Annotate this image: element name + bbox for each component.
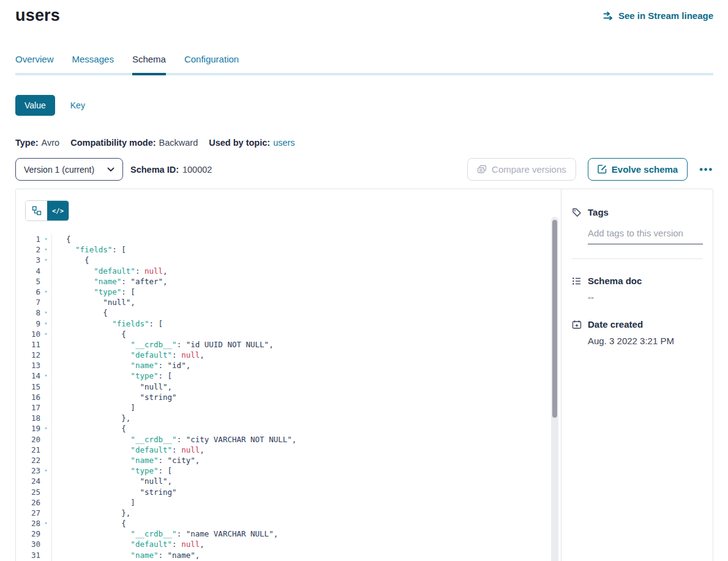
tags-input[interactable] [588, 228, 703, 244]
code-toolbar: </> [16, 189, 561, 221]
code-line-text: "string" [52, 487, 177, 497]
collapse-toggle-icon[interactable]: ▾ [40, 518, 51, 529]
code-scrollbar-thumb[interactable] [552, 220, 557, 418]
line-number: 24 [16, 476, 40, 486]
schema-code-panel: </> 1▾{2▾ "fields": [3▾ {4 "default": nu… [16, 189, 561, 561]
code-view-button[interactable]: </> [47, 201, 69, 220]
tab-configuration[interactable]: Configuration [184, 54, 239, 73]
gutter-spacer [40, 497, 51, 508]
code-line: 22 "name": "city", [16, 455, 561, 465]
code-line: 24 "null", [16, 476, 561, 486]
tags-section-header: Tags [572, 207, 703, 217]
collapse-toggle-icon[interactable]: ▾ [40, 255, 51, 265]
line-number: 9 [16, 318, 40, 329]
gutter-spacer [40, 476, 51, 486]
compare-versions-button[interactable]: Compare versions [467, 158, 576, 181]
code-line-text: "default": null, [52, 266, 168, 276]
schema-meta-row: Type: Avro Compatibility mode: Backward … [15, 138, 713, 148]
code-line-text: { [52, 255, 89, 265]
tag-icon [572, 208, 582, 217]
tree-view-button[interactable] [26, 201, 47, 220]
schema-doc-value: -- [588, 292, 703, 303]
code-line: 5 "name": "after", [16, 276, 561, 287]
code-line: 10▾ { [16, 329, 561, 339]
code-line-text: "default": null, [52, 539, 205, 549]
line-number: 3 [16, 255, 40, 265]
collapse-toggle-icon[interactable]: ▾ [40, 465, 51, 476]
code-line-text: }, [52, 413, 130, 423]
collapse-toggle-icon[interactable]: ▾ [40, 329, 51, 339]
schema-id-label: Schema ID: [130, 165, 179, 175]
code-line: 27 }, [16, 508, 561, 518]
topic-link[interactable]: users [273, 138, 295, 148]
code-line: 23▾ "type": [ [16, 465, 561, 476]
used-by-topic: Used by topic: users [209, 138, 295, 148]
line-number: 7 [16, 297, 40, 307]
code-line: 28▾ { [16, 518, 561, 529]
line-number: 28 [16, 518, 40, 529]
gutter-spacer [40, 392, 51, 402]
more-actions-button[interactable]: ••• [699, 164, 713, 175]
code-line-text: "name": "city", [52, 455, 200, 465]
line-number: 13 [16, 360, 40, 371]
code-line-text: "name": "name", [52, 550, 200, 560]
line-number: 21 [16, 445, 40, 455]
type-value: Avro [42, 138, 60, 148]
page-header: users See in Stream lineage [15, 0, 713, 25]
code-line: 14▾ "type": [ [16, 371, 561, 381]
date-created-value: Aug. 3 2022 3:21 PM [588, 336, 703, 346]
key-toggle-button[interactable]: Key [70, 100, 85, 110]
date-created-section: Date created Aug. 3 2022 3:21 PM [572, 319, 703, 346]
tab-overview[interactable]: Overview [15, 54, 54, 73]
code-line-text: "null", [52, 476, 172, 486]
code-line: 2▾ "fields": [ [16, 244, 561, 255]
line-number: 1 [16, 234, 40, 244]
code-line-text: { [52, 234, 71, 244]
code-line: 9▾ "fields": [ [16, 318, 561, 329]
collapse-toggle-icon[interactable]: ▾ [40, 371, 51, 381]
stream-lineage-icon [603, 12, 614, 20]
code-line: 30 "default": null, [16, 539, 561, 549]
collapse-toggle-icon[interactable]: ▾ [40, 318, 51, 329]
lineage-link-label: See in Stream lineage [618, 10, 713, 21]
version-select[interactable]: Version 1 (current) [15, 158, 123, 181]
line-number: 29 [16, 529, 40, 539]
value-key-toggle: Value Key [15, 95, 713, 116]
code-line-text: "fields": [ [52, 244, 126, 255]
collapse-toggle-icon[interactable]: ▾ [40, 287, 51, 297]
gutter-spacer [40, 297, 51, 307]
gutter-spacer [40, 350, 51, 360]
code-line-text: "name": "id", [52, 360, 190, 371]
collapse-toggle-icon[interactable]: ▾ [40, 307, 51, 318]
version-bar: Version 1 (current) Schema ID: 100002 [15, 158, 713, 181]
code-line: 13 "name": "id", [16, 360, 561, 371]
collapse-toggle-icon[interactable]: ▾ [40, 234, 51, 244]
line-number: 14 [16, 371, 40, 381]
line-number: 12 [16, 350, 40, 360]
see-in-stream-lineage-link[interactable]: See in Stream lineage [603, 10, 713, 21]
tab-schema[interactable]: Schema [132, 54, 166, 73]
code-line: 1▾{ [16, 234, 561, 244]
code-line-text: "default": null, [52, 445, 205, 455]
schema-id-value: 100002 [182, 165, 212, 175]
value-toggle-button[interactable]: Value [15, 95, 55, 116]
code-line: 25 "string" [16, 487, 561, 497]
code-scrollbar-track[interactable] [551, 217, 558, 561]
tab-messages[interactable]: Messages [72, 54, 114, 73]
type-label: Type: [15, 138, 39, 148]
line-number: 2 [16, 244, 40, 255]
topic-tabs: Overview Messages Schema Configuration [15, 54, 713, 75]
gutter-spacer [40, 539, 51, 549]
version-select-value: Version 1 (current) [24, 165, 94, 175]
code-view-icon: </> [52, 207, 64, 214]
line-number: 22 [16, 455, 40, 465]
code-line-text: "type": [ [52, 371, 172, 381]
line-number: 10 [16, 329, 40, 339]
code-line-text: "string" [52, 392, 177, 402]
code-line-text: { [52, 329, 126, 339]
collapse-toggle-icon[interactable]: ▾ [40, 423, 51, 434]
collapse-toggle-icon[interactable]: ▾ [40, 244, 51, 255]
evolve-schema-button[interactable]: Evolve schema [588, 158, 688, 181]
line-number: 5 [16, 276, 40, 287]
code-line: 19▾ { [16, 423, 561, 434]
